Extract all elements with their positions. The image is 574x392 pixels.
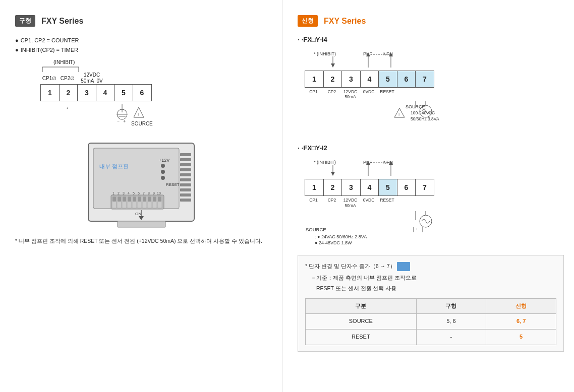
- i4-cell-7: 7: [415, 71, 434, 88]
- right-header: 신형 FXY Series: [298, 15, 564, 27]
- i4-label-7: [415, 89, 434, 99]
- i4-cell-3: 3: [341, 71, 361, 88]
- svg-rect-45: [133, 197, 136, 202]
- right-panel: 신형 FXY Series ··FX□Y-I4 * (INHIBIT) PNP …: [282, 0, 574, 392]
- i2-label-6: [396, 198, 415, 208]
- table-cell-reset-label: RESET: [306, 330, 417, 345]
- i2-cell-6: 6: [397, 179, 416, 196]
- terminal-cell-6: 6: [133, 84, 152, 101]
- svg-text:50/60Hz 3.8VA: 50/60Hz 3.8VA: [411, 116, 439, 121]
- svg-text:● 24-48VDC 1.8W: ● 24-48VDC 1.8W: [315, 240, 352, 245]
- source-wiring-svg: * ! － ＋ SOURCE: [40, 103, 182, 128]
- terminal-block: 1 2 3 4 5 6: [40, 84, 267, 101]
- svg-rect-43: [123, 197, 126, 202]
- svg-text:3: 3: [123, 191, 125, 195]
- i2-cell-4: 4: [360, 179, 379, 196]
- i4-arrow-diagram: * (INHIBIT) PNP NPN: [313, 48, 564, 71]
- i2-cell-2: 2: [323, 179, 342, 196]
- svg-rect-15: [180, 158, 191, 161]
- left-header: 구형 FXY Series: [15, 15, 267, 27]
- svg-rect-50: [158, 197, 161, 202]
- table-header-old: 구형: [416, 298, 486, 314]
- svg-rect-46: [138, 197, 141, 202]
- note-line1: * 단자 변경 및 단자수 증가（6 → 7）: [305, 262, 556, 271]
- svg-text:!: !: [398, 112, 399, 117]
- i2-arrow-svg: * (INHIBIT) PNP NPN: [313, 157, 474, 179]
- subsection-i4-title: ··FX□Y-I4: [298, 36, 564, 43]
- svg-text:ON: ON: [135, 212, 141, 216]
- cp1-pin-label: CP1∅: [40, 76, 59, 81]
- svg-rect-23: [180, 199, 191, 202]
- i4-terminals: 1 2 3 4 5 6 7: [305, 71, 564, 88]
- i2-terminals: 1 2 3 4 5 6 7: [305, 179, 564, 196]
- dip-diagram-svg: 내부 점프핀 +12V RESET: [83, 141, 199, 229]
- cp2-pin-label: CP2∅: [59, 76, 77, 81]
- svg-rect-17: [180, 168, 191, 171]
- table-cell-source-old: 5, 6: [416, 314, 486, 330]
- svg-text:－ ＋: － ＋: [116, 118, 127, 123]
- left-title: FXY Series: [41, 17, 83, 26]
- svg-rect-21: [180, 188, 191, 191]
- i4-cell-4: 4: [360, 71, 379, 88]
- note-box: * 단자 변경 및 단자수 증가（6 → 7） －기준：제품 측면의 내부 점프…: [298, 255, 564, 352]
- svg-rect-22: [180, 193, 191, 197]
- svg-text:4: 4: [128, 191, 130, 195]
- svg-rect-64: [118, 221, 165, 227]
- i4-label-0vdc: 0VDC: [359, 89, 378, 99]
- page: 구형 FXY Series CP1, CP2 = COUNTER INHIBIT…: [0, 0, 574, 392]
- subsection-i2-title: ··FX□Y-I2: [298, 144, 564, 152]
- svg-point-26: [161, 164, 165, 168]
- svg-rect-16: [180, 163, 191, 166]
- i2-terminal-labels: CP1 CP2 12VDC50mA 0VDC RESET: [305, 198, 564, 208]
- left-note: * 내부 점프핀 조작에 의해 RESET 또는 센서 전원 (+12VDC 5…: [15, 237, 267, 246]
- svg-rect-47: [143, 197, 146, 202]
- note-line2: －기준：제품 측면의 내부 점프핀 조작으로: [305, 273, 556, 283]
- inhibit-label: (INHIBIT): [53, 59, 75, 65]
- terminal-cell-3: 3: [77, 84, 96, 101]
- svg-rect-41: [112, 197, 116, 202]
- svg-text:6: 6: [138, 191, 140, 195]
- svg-text:1: 1: [112, 191, 114, 195]
- svg-rect-18: [180, 173, 191, 176]
- svg-text:8: 8: [148, 191, 150, 195]
- bullet-2: INHIBIT(CP2) = TIMER: [15, 45, 267, 55]
- table-cell-reset-new: 5: [486, 330, 556, 345]
- svg-marker-87: [331, 172, 335, 176]
- svg-text:!: !: [138, 112, 139, 117]
- right-title: FXY Series: [324, 17, 366, 26]
- svg-text:SOURCE:: SOURCE:: [406, 104, 426, 109]
- inhibit-bracket-svg: [40, 65, 81, 72]
- svg-text:SOURCE: SOURCE: [131, 121, 153, 126]
- i4-arrow-svg: * (INHIBIT) PNP NPN: [313, 48, 474, 71]
- right-badge: 신형: [298, 15, 318, 27]
- i4-cell-5: 5: [378, 71, 397, 88]
- i4-cell-6: 6: [397, 71, 416, 88]
- svg-text:9: 9: [153, 191, 155, 195]
- i2-cell-1: 1: [305, 179, 324, 196]
- svg-text:+12V: +12V: [159, 158, 169, 163]
- subsection-i4: ··FX□Y-I4 * (INHIBIT) PNP NPN: [298, 36, 564, 133]
- terminal-cell-1: 1: [40, 84, 60, 101]
- i2-cell-5: 5: [378, 179, 397, 196]
- svg-text:: ● 24VAC 50/60Hz 2.8VA: : ● 24VAC 50/60Hz 2.8VA: [315, 234, 367, 239]
- dip-diagram-container: 내부 점프핀 +12V RESET: [15, 141, 267, 229]
- i2-cell-7: 7: [415, 179, 434, 196]
- i2-label-7: [415, 198, 434, 208]
- svg-text:10: 10: [157, 191, 161, 195]
- table-row-reset: RESET - 5: [306, 330, 556, 345]
- i4-source-wiring: ! SOURCE: 100-240VAC 50/60Hz 3.8VA: [305, 101, 564, 133]
- i4-cell-1: 1: [305, 71, 324, 88]
- note-line3: RESET 또는 센서 전원 선택 사용: [305, 284, 556, 293]
- i2-source-wiring: － ＋ SOURCE : ● 24VAC 50/60Hz 2.8VA ● 24-…: [305, 210, 564, 247]
- i4-label-12vdc: 12VDC50mA: [341, 89, 360, 99]
- i2-source-svg: － ＋ SOURCE : ● 24VAC 50/60Hz 2.8VA ● 24-…: [305, 210, 456, 245]
- table-cell-reset-old: -: [416, 330, 486, 345]
- i2-cell-3: 3: [341, 179, 361, 196]
- svg-text:100-240VAC: 100-240VAC: [411, 110, 435, 115]
- left-badge: 구형: [15, 15, 35, 27]
- svg-point-27: [161, 170, 165, 174]
- left-panel: 구형 FXY Series CP1, CP2 = COUNTER INHIBIT…: [0, 0, 282, 392]
- svg-text:*: *: [67, 106, 69, 111]
- i4-label-reset: RESET: [378, 89, 397, 99]
- i2-label-0vdc: 0VDC: [359, 198, 378, 208]
